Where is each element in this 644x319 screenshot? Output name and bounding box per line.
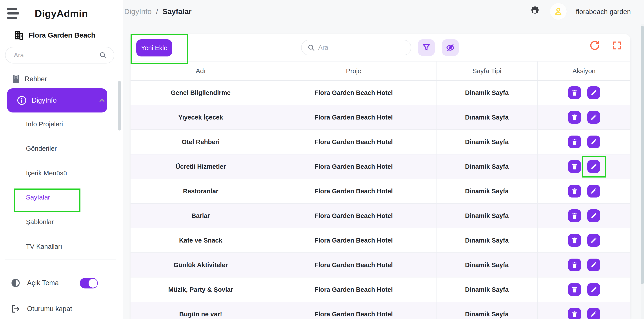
page-name: Yiyecek İçecek xyxy=(178,114,223,121)
edit-button[interactable] xyxy=(587,185,600,198)
chevron-up-icon xyxy=(98,96,106,105)
contrast-icon xyxy=(11,278,20,288)
theme-label: Açık Tema xyxy=(27,279,59,287)
hide-columns-button[interactable] xyxy=(442,39,459,56)
sidebar-item-label: Rehber xyxy=(24,75,47,83)
delete-button[interactable] xyxy=(568,209,581,222)
sidebar-item-rehber[interactable]: Rehber xyxy=(0,72,120,86)
table-body: Genel Bilgilendirme Flora Garden Beach H… xyxy=(130,81,630,319)
breadcrumb-parent[interactable]: DigyInfo xyxy=(124,7,152,16)
edit-button[interactable] xyxy=(587,259,600,271)
breadcrumb-current: Sayfalar xyxy=(162,7,192,16)
sidebar-item-digyinfo[interactable]: DigyInfo xyxy=(7,88,107,112)
trash-icon xyxy=(571,188,578,195)
fullscreen-button[interactable] xyxy=(612,40,622,51)
page-type: Dinamik Sayfa xyxy=(465,114,508,121)
sidebar-subitem-sayfalar[interactable]: Sayfalar xyxy=(26,194,50,201)
app-window: DigyAdmin Flora Garden Beach Rehber Digy… xyxy=(0,0,644,319)
sidebar-search-input[interactable] xyxy=(5,47,114,63)
user-name[interactable]: florabeach garden xyxy=(576,8,631,16)
page-type: Dinamik Sayfa xyxy=(465,138,508,146)
table-search-input[interactable] xyxy=(301,40,411,55)
pencil-icon xyxy=(590,89,597,96)
edit-button[interactable] xyxy=(587,136,600,148)
add-new-button[interactable]: Yeni Ekle xyxy=(136,39,172,56)
project-name: Flora Garden Beach Hotel xyxy=(314,188,393,195)
sidebar-scrollbar[interactable] xyxy=(118,81,121,130)
trash-icon xyxy=(571,286,578,293)
delete-button[interactable] xyxy=(568,111,581,124)
theme-toggle[interactable] xyxy=(80,278,98,289)
column-header-adi: Adı xyxy=(130,61,271,80)
eye-off-icon xyxy=(446,43,455,52)
page-type: Dinamik Sayfa xyxy=(465,262,508,269)
sidebar-subitem-sablonlar[interactable]: Şablonlar xyxy=(26,218,54,226)
table-row: Barlar Flora Garden Beach Hotel Dinamik … xyxy=(130,204,630,228)
project-name: Flora Garden Beach Hotel xyxy=(314,163,393,170)
edit-button[interactable] xyxy=(587,209,600,222)
pencil-icon xyxy=(590,163,597,170)
filter-button[interactable] xyxy=(418,39,435,56)
info-icon xyxy=(17,95,27,105)
pencil-icon xyxy=(590,311,597,318)
pencil-icon xyxy=(590,237,597,244)
project-name: Flora Garden Beach Hotel xyxy=(314,114,393,121)
edit-button[interactable] xyxy=(587,86,600,99)
pencil-icon xyxy=(590,188,597,195)
delete-button[interactable] xyxy=(568,160,581,173)
sidebar-subitem-icerik-menusu[interactable]: İçerik Menüsü xyxy=(26,169,67,177)
logout-button[interactable]: Oturumu kapat xyxy=(11,304,72,314)
user-avatar[interactable] xyxy=(550,3,567,20)
edit-button[interactable] xyxy=(587,160,600,173)
page-name: Ücretli Hizmetler xyxy=(176,163,226,170)
table-row: Yiyecek İçecek Flora Garden Beach Hotel … xyxy=(130,105,630,130)
delete-button[interactable] xyxy=(568,185,581,198)
delete-button[interactable] xyxy=(568,308,581,319)
building-icon xyxy=(14,30,24,40)
sidebar-subitem-info-projeleri[interactable]: Info Projeleri xyxy=(26,120,63,128)
page-name: Müzik, Party & Şovlar xyxy=(168,286,233,293)
page-name: Barlar xyxy=(192,212,210,220)
pencil-icon xyxy=(590,286,597,293)
page-type: Dinamik Sayfa xyxy=(465,212,508,220)
pencil-icon xyxy=(590,212,597,219)
table-row: Müzik, Party & Şovlar Flora Garden Beach… xyxy=(130,278,630,302)
search-icon xyxy=(99,51,107,59)
project-name: Flora Garden Beach Hotel xyxy=(314,262,393,269)
delete-button[interactable] xyxy=(568,136,581,148)
edit-button[interactable] xyxy=(587,308,600,319)
logout-icon xyxy=(11,304,20,314)
menu-toggle-button[interactable] xyxy=(7,8,20,20)
delete-button[interactable] xyxy=(568,259,581,271)
edit-button[interactable] xyxy=(587,283,600,296)
page-name: Restoranlar xyxy=(183,188,218,195)
edit-button[interactable] xyxy=(587,111,600,124)
table-row: Otel Rehberi Flora Garden Beach Hotel Di… xyxy=(130,130,630,154)
sidebar: DigyAdmin Flora Garden Beach Rehber Digy… xyxy=(0,0,123,319)
table-header: Adı Proje Sayfa Tipi Aksiyon xyxy=(130,61,630,81)
table-row: Restoranlar Flora Garden Beach Hotel Din… xyxy=(130,179,630,204)
sidebar-subitem-gonderiler[interactable]: Gönderiler xyxy=(26,145,57,152)
table-row: Genel Bilgilendirme Flora Garden Beach H… xyxy=(130,81,630,105)
breadcrumb-separator: / xyxy=(156,7,158,16)
workspace-selector[interactable]: Flora Garden Beach xyxy=(14,29,96,41)
delete-button[interactable] xyxy=(568,234,581,247)
table-row: Günlük Aktiviteler Flora Garden Beach Ho… xyxy=(130,253,630,278)
settings-button[interactable] xyxy=(529,6,540,17)
project-name: Flora Garden Beach Hotel xyxy=(314,286,393,293)
guide-book-icon xyxy=(12,75,20,83)
delete-button[interactable] xyxy=(568,86,581,99)
table-row: Ücretli Hizmetler Flora Garden Beach Hot… xyxy=(130,154,630,179)
app-title: DigyAdmin xyxy=(35,8,88,19)
delete-button[interactable] xyxy=(568,283,581,296)
funnel-icon xyxy=(422,43,431,52)
trash-icon xyxy=(571,212,578,219)
trash-icon xyxy=(571,237,578,244)
sidebar-subitem-tv-kanallari[interactable]: TV Kanalları xyxy=(26,243,62,250)
refresh-button[interactable] xyxy=(589,40,600,51)
theme-row: Açık Tema xyxy=(11,278,59,288)
column-header-aksiyon: Aksiyon xyxy=(537,61,630,80)
edit-button[interactable] xyxy=(587,234,600,247)
page-scrollbar-thumb[interactable] xyxy=(641,26,644,284)
table-row: Kafe ve Snack Flora Garden Beach Hotel D… xyxy=(130,228,630,253)
